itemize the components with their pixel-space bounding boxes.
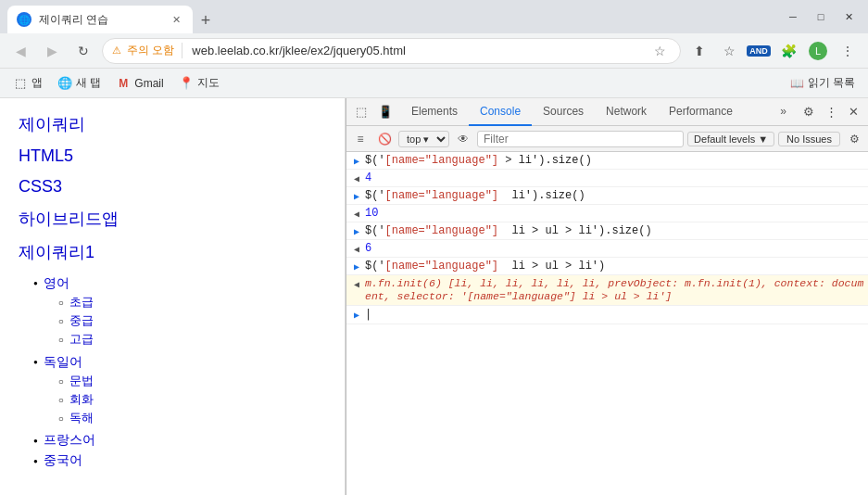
console-filter-icon[interactable]: ≡ bbox=[350, 129, 371, 149]
mobile-emulation-button[interactable]: 📱 bbox=[374, 101, 396, 123]
forward-button[interactable]: ▶ bbox=[39, 38, 65, 64]
bookmark-gmail[interactable]: M Gmail bbox=[110, 73, 169, 94]
default-levels-dropdown[interactable]: Default levels ▼ bbox=[687, 132, 774, 146]
tab-close-button[interactable]: ✕ bbox=[169, 12, 183, 27]
extensions-button[interactable]: AND bbox=[746, 38, 772, 64]
refresh-button[interactable]: ↻ bbox=[70, 38, 96, 64]
read-list-button[interactable]: 📖 읽기 목록 bbox=[785, 72, 861, 94]
minimize-button[interactable]: ─ bbox=[781, 5, 805, 29]
html5-link[interactable]: HTML5 bbox=[19, 146, 73, 165]
german-link[interactable]: 독일어 bbox=[44, 354, 82, 369]
inspect-element-button[interactable]: ⬚ bbox=[350, 101, 372, 123]
row-content: | bbox=[363, 308, 864, 322]
list-item: ○문법 bbox=[58, 373, 94, 389]
context-selector[interactable]: top ▾ bbox=[398, 131, 449, 147]
chinese-link[interactable]: 중국어 bbox=[44, 452, 82, 469]
bookmark-maps[interactable]: 📍 지도 bbox=[173, 72, 225, 94]
console-settings-button[interactable]: ⚙ bbox=[844, 129, 864, 149]
devtools-icon-buttons: ⬚ 📱 bbox=[350, 101, 396, 123]
toolbar-icons: ⬆ ☆ AND 🧩 L ⋮ bbox=[686, 38, 861, 64]
bookmark-star-button[interactable]: ☆ bbox=[648, 40, 671, 62]
english-link[interactable]: 영어 bbox=[44, 275, 69, 290]
beginner-link[interactable]: 초급 bbox=[69, 294, 94, 311]
and-badge: AND bbox=[747, 45, 771, 57]
english-sublist: ○초급 ○중급 ○고급 bbox=[44, 294, 94, 348]
row-content: $('[name="language"] li').size() bbox=[363, 189, 864, 202]
menu-button[interactable]: ⋮ bbox=[835, 38, 861, 64]
no-issues-label: No Issues bbox=[786, 133, 832, 145]
read-list-icon: 📖 bbox=[790, 77, 804, 90]
devtools-close-button[interactable]: ✕ bbox=[842, 101, 864, 123]
german-sublist: ○문법 ○회화 ○독해 bbox=[44, 373, 94, 426]
gmail-icon: M bbox=[116, 76, 131, 91]
cmd-text: $('[name="language"] > li').size() bbox=[365, 154, 592, 167]
eye-button[interactable]: 👁 bbox=[453, 129, 473, 149]
browser-tab[interactable]: 🌐 제이쿼리 연습 ✕ bbox=[7, 6, 193, 33]
more-tabs-button[interactable]: » bbox=[769, 98, 798, 126]
list-item: ○초급 bbox=[58, 294, 94, 311]
obj-text: m.fn.init(6) [li, li, li, li, li, li, pr… bbox=[365, 277, 863, 302]
close-button[interactable]: ✕ bbox=[837, 5, 861, 29]
new-tab-button[interactable]: + bbox=[193, 7, 219, 33]
profile-avatar: L bbox=[809, 42, 827, 60]
row-content: $('[name="language"] > li').size() bbox=[363, 154, 864, 167]
devtools-settings-button[interactable]: ⚙ bbox=[798, 101, 820, 123]
list-item: ● 중국어 bbox=[33, 452, 326, 469]
list-item: ● 영어 ○초급 ○중급 ○고급 bbox=[33, 274, 326, 349]
jq1-link[interactable]: 제이쿼리1 bbox=[19, 243, 94, 261]
row-arrow: ◀ bbox=[350, 173, 363, 184]
devtools-menu-button[interactable]: ⋮ bbox=[820, 101, 842, 123]
bookmark-maps-label: 지도 bbox=[197, 75, 220, 91]
console-entry: ◀ 10 bbox=[346, 205, 868, 222]
globe-icon: 🌐 bbox=[57, 76, 72, 91]
hybrid-link[interactable]: 하이브리드앱 bbox=[19, 209, 119, 228]
row-arrow: ▶ bbox=[350, 310, 363, 321]
row-arrow: ◀ bbox=[350, 209, 363, 220]
grammar-link[interactable]: 문법 bbox=[69, 373, 94, 389]
intermediate-link[interactable]: 중급 bbox=[69, 312, 94, 329]
result-value: 6 bbox=[365, 242, 371, 255]
share-button[interactable]: ⬆ bbox=[686, 38, 712, 64]
tab-console[interactable]: Console bbox=[469, 98, 532, 126]
list-item: ○중급 bbox=[58, 312, 94, 329]
list-item: ○회화 bbox=[58, 391, 94, 408]
title-bar: 🌐 제이쿼리 연습 ✕ + ─ □ ✕ bbox=[0, 0, 868, 33]
back-button[interactable]: ◀ bbox=[7, 38, 33, 64]
french-link[interactable]: 프랑스어 bbox=[44, 432, 95, 449]
tab-title: 제이쿼리 연습 bbox=[39, 12, 108, 28]
url-text: web.leelab.co.kr/jklee/ex2/jquery05.html bbox=[192, 44, 406, 57]
bookmark-apps[interactable]: ⬚ 앱 bbox=[7, 72, 48, 94]
puzzle-button[interactable]: 🧩 bbox=[775, 38, 801, 64]
url-bar[interactable]: ⚠ 주의 오함 web.leelab.co.kr/jklee/ex2/jquer… bbox=[102, 38, 681, 64]
webpage-panel: 제이쿼리 HTML5 CSS3 하이브리드앱 제이쿼리1 ● 영어 ○초급 ○중… bbox=[0, 98, 346, 495]
tab-network[interactable]: Network bbox=[595, 98, 658, 126]
conversation-link[interactable]: 회화 bbox=[69, 391, 94, 408]
advanced-link[interactable]: 고급 bbox=[69, 331, 94, 348]
bookmark-newtab[interactable]: 🌐 새 탭 bbox=[52, 72, 107, 94]
bookmark-button[interactable]: ☆ bbox=[716, 38, 742, 64]
no-issues-badge: No Issues bbox=[778, 132, 840, 146]
console-input-row[interactable]: ▶ | bbox=[346, 306, 868, 324]
filter-input[interactable] bbox=[477, 131, 684, 147]
reading-link[interactable]: 독해 bbox=[69, 410, 94, 426]
profile-button[interactable]: L bbox=[805, 38, 831, 64]
bookmark-apps-label: 앱 bbox=[31, 75, 43, 91]
row-arrow: ◀ bbox=[350, 244, 363, 255]
tree-item-english: 영어 ○초급 ○중급 ○고급 bbox=[44, 274, 94, 349]
devtools-tabs: ⬚ 📱 Elements Console Sources Network Per… bbox=[346, 98, 868, 126]
bookmarks-bar: ⬚ 앱 🌐 새 탭 M Gmail 📍 지도 📖 읽기 목록 bbox=[0, 69, 868, 98]
tab-performance[interactable]: Performance bbox=[658, 98, 744, 126]
row-content: 10 bbox=[363, 207, 864, 220]
row-arrow: ▶ bbox=[350, 191, 363, 202]
restore-button[interactable]: □ bbox=[809, 5, 833, 29]
list-item: ○고급 bbox=[58, 331, 94, 348]
row-content: 4 bbox=[363, 171, 864, 184]
jq-link[interactable]: 제이쿼리 bbox=[19, 115, 85, 133]
console-clear-button[interactable]: 🚫 bbox=[374, 129, 395, 149]
row-arrow: ▶ bbox=[350, 261, 363, 273]
tab-sources[interactable]: Sources bbox=[532, 98, 595, 126]
default-levels-label: Default levels ▼ bbox=[694, 133, 768, 145]
row-arrow: ▶ bbox=[350, 226, 363, 237]
tab-elements[interactable]: Elements bbox=[400, 98, 469, 126]
css3-link[interactable]: CSS3 bbox=[19, 177, 62, 196]
